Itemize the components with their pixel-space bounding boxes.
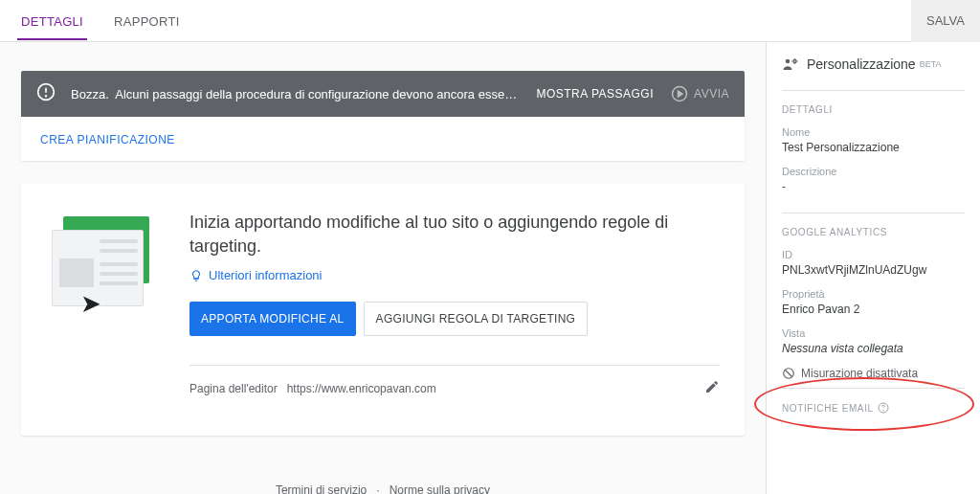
ga-id-label: ID [782, 249, 965, 260]
save-button[interactable]: SALVA [911, 0, 980, 42]
status-banner: Bozza. Alcuni passaggi della procedura d… [21, 71, 745, 117]
tos-link[interactable]: Termini di servizio [276, 483, 367, 494]
name-value: Test Personalizzazione [782, 141, 965, 154]
get-started-card: ➤ Inizia apportando modifiche al tuo sit… [21, 184, 745, 436]
name-label: Nome [782, 126, 965, 138]
editor-page-label: Pagina dell'editor [189, 382, 278, 395]
play-icon [671, 85, 688, 102]
sidebar-title: Personalizzazione BETA [782, 56, 965, 73]
ga-property-value: Enrico Pavan 2 [782, 303, 965, 316]
help-icon[interactable] [878, 402, 889, 414]
svg-point-6 [793, 60, 796, 63]
sidebar-details-heading: DETTAGLI [782, 104, 965, 115]
svg-point-5 [786, 59, 791, 64]
editor-illustration: ➤ [46, 211, 161, 326]
personalization-icon [782, 56, 799, 73]
ga-view-label: Vista [782, 327, 965, 339]
sidebar-email-heading: NOTIFICHE EMAIL [782, 402, 965, 414]
privacy-link[interactable]: Norme sulla privacy [390, 483, 490, 494]
measurement-off-badge: Misurazione disattivata [782, 367, 965, 380]
launch-button[interactable]: AVVIA [671, 85, 729, 102]
svg-point-10 [882, 410, 883, 411]
sidebar-ga-heading: GOOGLE ANALYTICS [782, 227, 965, 237]
block-icon [782, 367, 795, 380]
svg-line-8 [786, 370, 792, 377]
edit-url-button[interactable] [704, 379, 720, 397]
ga-id-value: PNL3xwtVRjiMZlnUAdZUgw [782, 263, 965, 277]
ga-view-value: Nessuna vista collegata [782, 342, 965, 355]
pencil-icon [704, 379, 720, 394]
create-schedule-link[interactable]: CREA PIANIFICAZIONE [40, 133, 175, 146]
svg-marker-4 [679, 91, 683, 97]
cursor-icon: ➤ [80, 289, 101, 319]
beta-badge: BETA [920, 59, 942, 69]
sidebar: Personalizzazione BETA DETTAGLI Nome Tes… [766, 42, 980, 494]
more-info-link[interactable]: Ulteriori informazioni [189, 268, 322, 282]
banner-text: Alcuni passaggi della procedura di confi… [115, 87, 519, 101]
banner-bold: Bozza. [71, 87, 109, 101]
tab-details[interactable]: DETTAGLI [17, 1, 87, 40]
lightbulb-icon [189, 269, 203, 282]
status-banner-card: Bozza. Alcuni passaggi della procedura d… [21, 71, 745, 161]
description-value: - [782, 180, 965, 193]
show-steps-button[interactable]: MOSTRA PASSAGGI [536, 87, 654, 101]
tab-reports[interactable]: RAPPORTI [110, 1, 184, 40]
add-targeting-button[interactable]: AGGIUNGI REGOLA DI TARGETING [364, 302, 589, 336]
ga-property-label: Proprietà [782, 288, 965, 300]
alert-icon [36, 82, 56, 105]
description-label: Descrizione [782, 166, 965, 177]
edit-site-button[interactable]: APPORTA MODIFICHE AL [189, 302, 356, 336]
footer: Termini di servizio · Norme sulla privac… [21, 483, 745, 494]
svg-point-2 [46, 96, 47, 97]
editor-page-url: https://www.enricopavan.com [287, 382, 436, 395]
card-heading: Inizia apportando modifiche al tuo sito … [189, 211, 720, 258]
